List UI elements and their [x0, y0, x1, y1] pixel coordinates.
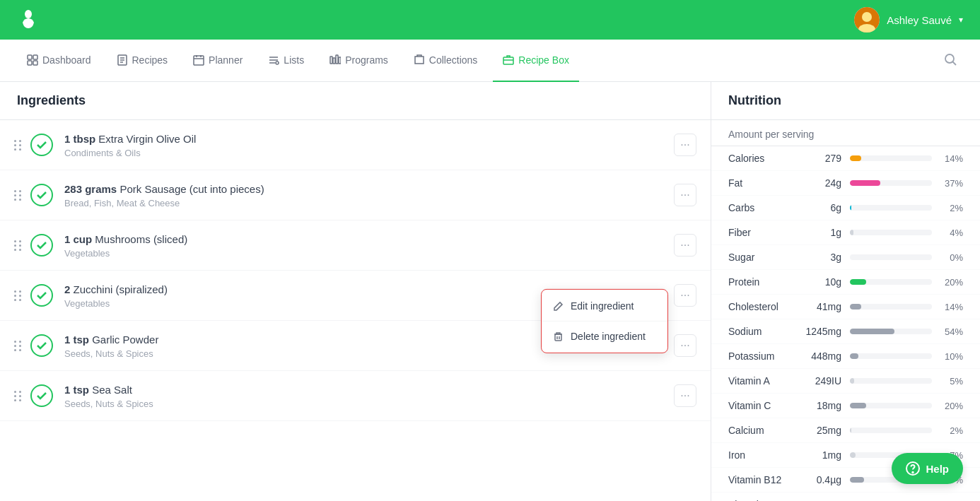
search-icon — [943, 52, 957, 66]
help-icon — [906, 461, 920, 476]
bar-track — [850, 329, 932, 334]
nutrition-bar-container: 20% — [850, 277, 963, 288]
trash-icon — [553, 331, 564, 341]
svg-point-25 — [945, 54, 954, 63]
search-button[interactable] — [938, 47, 963, 75]
ingredient-row: 283 grams Pork Sausage (cut into pieces)… — [0, 170, 711, 220]
nutrition-name: Sugar — [728, 252, 799, 263]
nav-item-collections[interactable]: Collections — [404, 40, 487, 82]
help-label: Help — [926, 463, 949, 475]
context-menu-divider — [542, 321, 667, 322]
ingredient-more-button[interactable]: ··· — [674, 234, 696, 257]
logo-area[interactable] — [17, 8, 40, 31]
nutrition-pct: 5% — [938, 376, 963, 387]
nutrition-value: 18mg — [799, 400, 841, 411]
drag-handle[interactable] — [14, 290, 22, 301]
nutrition-pct: 4% — [938, 228, 963, 238]
bar-track — [850, 155, 932, 161]
collections-icon — [414, 54, 425, 66]
nutrition-value: 24g — [799, 177, 841, 189]
edit-ingredient-button[interactable]: Edit ingredient — [542, 293, 667, 319]
nutrition-title: Nutrition — [711, 82, 980, 120]
main-content: Ingredients 1 tbsp Extra Virgin Olive Oi… — [0, 82, 980, 501]
delete-ingredient-button[interactable]: Delete ingredient — [542, 323, 667, 350]
drag-handle[interactable] — [14, 140, 22, 151]
nav-item-programs[interactable]: Programs — [320, 40, 398, 82]
bar-track — [850, 230, 932, 235]
bar-track — [850, 180, 932, 186]
user-name: Ashley Sauvé — [887, 14, 952, 26]
help-button[interactable]: Help — [892, 453, 963, 484]
user-menu[interactable]: Ashley Sauvé ▾ — [854, 7, 963, 33]
ingredient-check[interactable] — [30, 134, 53, 156]
svg-line-26 — [953, 61, 957, 65]
nutrition-row: Calories 279 14% — [711, 146, 980, 171]
nav-item-recipe-box[interactable]: Recipe Box — [493, 40, 579, 82]
svg-rect-21 — [333, 58, 335, 64]
nav-item-planner[interactable]: Planner — [183, 40, 252, 82]
drag-handle[interactable] — [14, 240, 22, 251]
ingredient-check[interactable] — [30, 184, 53, 206]
bar-fill — [850, 304, 861, 310]
top-header: Ashley Sauvé ▾ — [0, 0, 980, 40]
drag-handle[interactable] — [14, 190, 22, 201]
ingredient-row: 1 tbsp Extra Virgin Olive Oil Condiments… — [0, 120, 711, 170]
edit-icon — [553, 300, 564, 311]
ingredient-check[interactable] — [30, 284, 53, 307]
ingredient-more-button[interactable]: ··· — [674, 384, 696, 407]
recipe-box-icon — [503, 54, 514, 66]
svg-point-31 — [913, 472, 914, 473]
ingredients-title: Ingredients — [0, 82, 711, 120]
avatar-image — [854, 7, 880, 33]
check-icon — [35, 389, 48, 402]
drag-handle[interactable] — [14, 391, 22, 401]
ingredient-row: 1 tsp Sea Salt Seeds, Nuts & Spices ··· — [0, 371, 711, 421]
bar-fill — [850, 477, 864, 483]
ingredient-more-button[interactable]: ··· — [674, 184, 696, 206]
nav-bar: Dashboard Recipes Planner Lists Programs… — [0, 40, 980, 82]
check-icon — [35, 138, 48, 151]
nutrition-bar-container: 4% — [850, 228, 963, 238]
ingredient-check[interactable] — [30, 334, 53, 357]
chevron-down-icon: ▾ — [959, 15, 963, 25]
bar-fill — [850, 279, 866, 285]
ingredient-more-button[interactable]: ··· — [674, 334, 696, 357]
nutrition-pct: 2% — [938, 203, 963, 213]
nav-item-lists[interactable]: Lists — [258, 40, 314, 82]
ingredient-info: 283 grams Pork Sausage (cut into pieces)… — [64, 182, 674, 208]
nutrition-row: Protein 10g 20% — [711, 270, 980, 295]
ingredient-more-button[interactable]: ··· — [674, 284, 696, 307]
programs-icon — [329, 54, 341, 66]
ingredient-check[interactable] — [30, 384, 53, 407]
nav-item-dashboard[interactable]: Dashboard — [17, 40, 101, 82]
svg-point-2 — [862, 12, 872, 22]
check-icon — [35, 189, 48, 201]
nutrition-row: Cholesterol 41mg 14% — [711, 295, 980, 319]
nutrition-pct: 0% — [938, 252, 963, 263]
nutrition-name: Carbs — [728, 202, 799, 213]
bar-track — [850, 279, 932, 285]
svg-rect-22 — [336, 55, 338, 64]
nutrition-value: 279 — [799, 153, 841, 164]
bar-track — [850, 353, 932, 359]
nutrition-panel: Nutrition Amount per serving Calories 27… — [711, 82, 980, 501]
nutrition-value: 0.4µg — [799, 474, 841, 485]
nutrition-bar-container: 5% — [850, 376, 963, 387]
nutrition-pct: 54% — [938, 326, 963, 337]
avatar — [854, 7, 880, 33]
drag-handle[interactable] — [14, 341, 22, 351]
nav-item-recipes[interactable]: Recipes — [107, 40, 178, 82]
nutrition-row: Potassium 448mg 10% — [711, 344, 980, 369]
nutrition-bar-container: 14% — [850, 153, 963, 164]
nutrition-value: 1g — [799, 227, 841, 238]
ingredient-check[interactable] — [30, 234, 53, 257]
nutrition-value: 1mg — [799, 449, 841, 461]
check-icon — [35, 339, 48, 352]
context-menu: Edit ingredient Delete ingredient — [541, 289, 668, 353]
ingredient-more-button[interactable]: ··· — [674, 134, 696, 156]
recipes-icon — [117, 54, 128, 66]
amount-per-serving: Amount per serving — [711, 120, 980, 146]
nutrition-name: Iron — [728, 449, 799, 461]
svg-point-0 — [25, 10, 32, 18]
bar-track — [850, 428, 932, 433]
